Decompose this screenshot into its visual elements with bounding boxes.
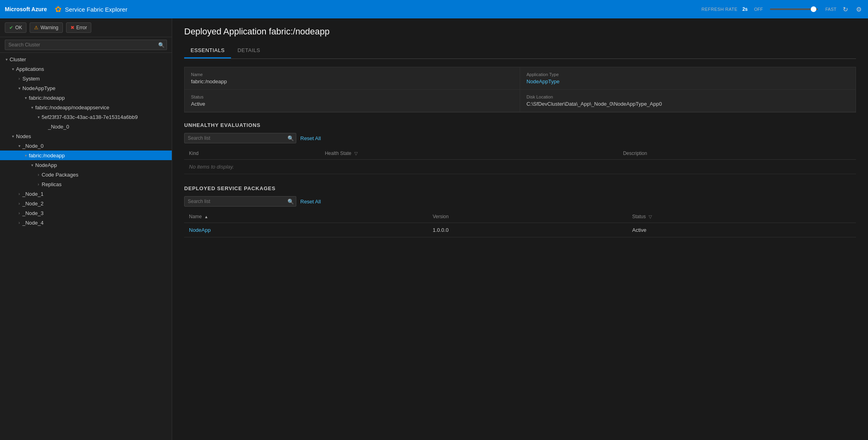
refresh-slider[interactable] xyxy=(770,8,818,10)
brand: Microsoft Azure xyxy=(5,6,47,12)
tree-label-system: System xyxy=(22,76,40,82)
tree-item-fabric-nodeapp-apps[interactable]: fabric:/nodeapp xyxy=(0,93,172,102)
tree-item-node3[interactable]: _Node_3 xyxy=(0,208,172,218)
tree-label-node4: _Node_4 xyxy=(22,220,44,226)
unhealthy-section: UNHEALTHY EVALUATIONS 🔍 Reset All Kind xyxy=(184,122,856,174)
tree-label-nodes: Nodes xyxy=(16,133,31,139)
tree-label-nodeappservice: fabric:/nodeapp/nodeappservice xyxy=(35,104,109,111)
unhealthy-filter-row: 🔍 Reset All xyxy=(184,133,856,143)
chevron-system xyxy=(16,75,22,82)
tree-label-node2: _Node_2 xyxy=(22,201,44,207)
tree-item-replicas[interactable]: Replicas xyxy=(0,179,172,189)
essentials-name-cell: Name fabric:/nodeapp xyxy=(185,67,520,90)
topbar-right: REFRESH RATE 2s OFF FAST ↻ ⚙ xyxy=(701,4,863,15)
unhealthy-search-wrap: 🔍 xyxy=(184,133,296,143)
filter-icon-health[interactable]: ▽ xyxy=(354,151,358,156)
main-layout: ✔ OK ⚠ Warning ✖ Error 🔍 Cluster xyxy=(0,18,868,440)
essentials-status-cell: Status Active xyxy=(185,90,520,112)
tree-view: Cluster Applications System NodeAppType … xyxy=(0,53,172,440)
title-name: fabric:/nodeapp xyxy=(269,26,330,36)
tree-item-cluster[interactable]: Cluster xyxy=(0,54,172,64)
tree-item-code-packages[interactable]: Code Packages xyxy=(0,170,172,179)
search-icon: 🔍 xyxy=(158,42,165,48)
app-title: ✿ Service Fabric Explorer xyxy=(55,4,127,14)
packages-reset-button[interactable]: Reset All xyxy=(300,199,321,205)
essentials-disk-cell: Disk Location C:\SfDevCluster\Data\_App\… xyxy=(520,90,856,112)
package-name-link[interactable]: NodeApp xyxy=(189,227,211,233)
app-name-text: Service Fabric Explorer xyxy=(65,6,127,13)
packages-col-status: Status ▽ xyxy=(627,211,856,223)
tree-item-node4[interactable]: _Node_4 xyxy=(0,218,172,227)
warning-filter-button[interactable]: ⚠ Warning xyxy=(30,22,62,33)
unhealthy-empty-row: No items to display. xyxy=(184,160,856,174)
packages-filter-row: 🔍 Reset All xyxy=(184,196,856,207)
sort-icon-name: ▲ xyxy=(204,215,208,219)
col-desc-label: Description xyxy=(623,151,647,156)
chevron-node0 xyxy=(16,143,22,149)
tab-details[interactable]: DETAILS xyxy=(231,43,267,58)
tree-label-code-packages: Code Packages xyxy=(42,172,78,178)
tree-label-node1: _Node_1 xyxy=(22,191,44,197)
topbar: Microsoft Azure ✿ Service Fabric Explore… xyxy=(0,0,868,18)
tree-item-node0[interactable]: _Node_0 xyxy=(0,141,172,151)
tree-label-partition: 5ef23f37-633c-43ac-a138-7e15314a6bb9 xyxy=(42,114,138,120)
tree-item-nodeappservice[interactable]: fabric:/nodeapp/nodeappservice xyxy=(0,102,172,112)
tree-item-node2[interactable]: _Node_2 xyxy=(0,199,172,208)
error-label: Error xyxy=(76,25,87,30)
tree-item-node0-instance[interactable]: _Node_0 xyxy=(0,122,172,131)
unhealthy-empty-message: No items to display. xyxy=(184,160,856,174)
tab-essentials[interactable]: ESSENTIALS xyxy=(184,43,231,58)
tree-label-node0: _Node_0 xyxy=(22,143,44,149)
essentials-status-value: Active xyxy=(191,101,513,107)
tree-item-nodes[interactable]: Nodes xyxy=(0,131,172,141)
tree-item-partition[interactable]: 5ef23f37-633c-43ac-a138-7e15314a6bb9 xyxy=(0,112,172,122)
ok-filter-button[interactable]: ✔ OK xyxy=(5,22,26,33)
chevron-nodeappservice xyxy=(29,104,35,111)
essentials-grid: Name fabric:/nodeapp Application Type No… xyxy=(184,67,856,113)
chevron-node2 xyxy=(16,200,22,207)
refresh-off-label: OFF xyxy=(754,7,763,12)
tree-item-node1[interactable]: _Node_1 xyxy=(0,189,172,199)
packages-search-wrap: 🔍 xyxy=(184,196,296,207)
chevron-nodes xyxy=(10,133,16,139)
unhealthy-col-kind: Kind xyxy=(184,147,320,160)
error-filter-button[interactable]: ✖ Error xyxy=(66,22,92,33)
page-title: Deployed Application fabric:/nodeapp xyxy=(184,26,856,37)
packages-search-input[interactable] xyxy=(184,196,296,207)
deployed-packages-title: DEPLOYED SERVICE PACKAGES xyxy=(184,185,856,191)
tree-label-fabric-nodeapp-node: fabric:/nodeapp xyxy=(29,153,65,159)
essentials-disk-value: C:\SfDevCluster\Data\_App\_Node_0\NodeAp… xyxy=(526,101,849,107)
unhealthy-reset-button[interactable]: Reset All xyxy=(300,135,321,141)
tree-label-cluster: Cluster xyxy=(10,56,26,62)
settings-button[interactable]: ⚙ xyxy=(854,4,863,15)
essentials-apptype-value[interactable]: NodeAppType xyxy=(526,78,849,84)
chevron-nodeapp-pkg xyxy=(29,162,35,168)
unhealthy-table: Kind Health State ▽ Description xyxy=(184,147,856,174)
slider-thumb xyxy=(811,6,816,12)
tree-item-system[interactable]: System xyxy=(0,74,172,83)
chevron-applications xyxy=(10,66,16,72)
chevron-node0-instance xyxy=(42,123,48,130)
filter-icon-status[interactable]: ▽ xyxy=(649,214,652,219)
essentials-apptype-label: Application Type xyxy=(526,72,849,77)
tree-item-nodeapp-pkg[interactable]: NodeApp xyxy=(0,160,172,170)
chevron-replicas xyxy=(35,181,42,187)
unhealthy-col-health: Health State ▽ xyxy=(320,147,618,160)
content-inner: Deployed Application fabric:/nodeapp ESS… xyxy=(172,18,868,257)
unhealthy-search-input[interactable] xyxy=(184,133,296,143)
warning-icon: ⚠ xyxy=(34,25,38,30)
unhealthy-section-title: UNHEALTHY EVALUATIONS xyxy=(184,122,856,128)
service-fabric-icon: ✿ xyxy=(55,4,62,14)
tree-item-fabric-nodeapp-node[interactable]: fabric:/nodeapp xyxy=(0,151,172,160)
tree-item-nodeapptype[interactable]: NodeAppType xyxy=(0,83,172,93)
chevron-fabric-nodeapp-node xyxy=(22,152,29,159)
packages-col-name[interactable]: Name ▲ xyxy=(184,211,428,223)
tree-label-applications: Applications xyxy=(16,66,44,72)
chevron-code-packages xyxy=(35,171,42,178)
refresh-button[interactable]: ↻ xyxy=(841,4,850,15)
chevron-cluster xyxy=(3,56,10,62)
essentials-disk-label: Disk Location xyxy=(526,94,849,99)
chevron-nodeapptype xyxy=(16,85,22,91)
tree-item-applications[interactable]: Applications xyxy=(0,64,172,74)
cluster-search-input[interactable] xyxy=(5,40,167,50)
